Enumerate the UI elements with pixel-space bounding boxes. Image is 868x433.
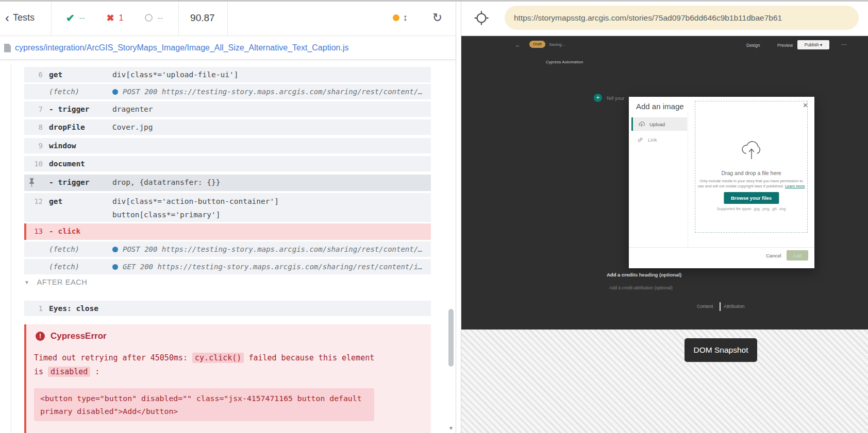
- passed-count: --: [79, 13, 85, 23]
- add-button-disabled[interactable]: Add: [787, 250, 808, 261]
- preview-tab[interactable]: Preview: [777, 43, 793, 48]
- failed-command-row-click[interactable]: 13 - click: [24, 223, 431, 240]
- add-block-button[interactable]: +: [594, 94, 602, 102]
- command-message: div[class*='action-button-container']but…: [112, 195, 279, 221]
- drop-zone[interactable]: Drag and drop a file here Only include m…: [695, 101, 808, 233]
- request-dot-icon: [112, 89, 118, 95]
- add-image-dialog: Add an image ✕ Upload Link: [629, 97, 814, 268]
- fetch-message: GET 200 https://testing-story.maps.arcgi…: [112, 259, 423, 274]
- dialog-footer-divider: [629, 247, 814, 248]
- fetch-row[interactable]: (fetch) GET 200 https://testing-story.ma…: [24, 259, 431, 274]
- command-name: dropFile: [49, 119, 85, 135]
- divider: [227, 0, 228, 36]
- publish-button[interactable]: Publish ▾: [797, 40, 829, 49]
- selector-playground-icon[interactable]: [474, 10, 489, 26]
- section-label: AFTER EACH: [37, 278, 88, 286]
- command-row-window[interactable]: 9 window: [24, 138, 431, 153]
- collapse-triangle-icon: ▼: [24, 280, 30, 285]
- command-row-get[interactable]: 12 get div[class*='action-button-contain…: [24, 193, 431, 222]
- more-menu-icon[interactable]: ⋯: [841, 41, 847, 48]
- outside-viewport-hatch: [461, 330, 868, 433]
- command-row-dropfile[interactable]: 8 dropFile Cover.jpg: [24, 119, 431, 135]
- scrollbar-thumb[interactable]: [448, 309, 454, 367]
- command-row-trigger[interactable]: 7 - trigger dragenter: [24, 101, 431, 117]
- aut-pane: https://storymapsstg.arcgis.com/stories/…: [461, 0, 868, 433]
- error-message: Timed out retrying after 45050ms: cy.cli…: [34, 351, 378, 379]
- command-name: get: [49, 67, 62, 82]
- back-label: Tests: [13, 12, 35, 23]
- x-icon: ✖: [106, 12, 114, 24]
- tab-upload[interactable]: Upload: [631, 117, 687, 131]
- up-down-arrow-icon[interactable]: ↕: [403, 12, 408, 23]
- pin-icon: [28, 178, 35, 187]
- fetch-label: (fetch): [49, 241, 79, 257]
- tab-link[interactable]: Link: [631, 133, 687, 146]
- command-name: get: [49, 193, 62, 210]
- dom-snapshot-badge: DOM Snapshot: [685, 338, 757, 362]
- fetch-row[interactable]: (fetch) POST 200 https://testing-story.m…: [24, 241, 431, 257]
- fetch-row[interactable]: (fetch) POST 200 https://testing-story.m…: [24, 84, 431, 99]
- command-row-document[interactable]: 10 document: [24, 156, 431, 171]
- check-icon: ✔: [66, 12, 75, 24]
- pinned-command-row[interactable]: - trigger drop, {datatransfer: {}}: [24, 175, 431, 191]
- browse-files-button[interactable]: Browse your files: [724, 192, 779, 204]
- attribution-label: Attribution: [724, 304, 745, 309]
- reporter-pane: ‹ Tests ✔ -- ✖ 1 -- 90.87 ↕ ↻: [0, 0, 456, 433]
- command-number: 9: [24, 138, 43, 153]
- pending-stat: --: [145, 13, 163, 23]
- divider: [51, 0, 52, 36]
- command-message: div[class*='upload-file-ui']: [112, 67, 238, 82]
- command-number: 10: [24, 156, 43, 171]
- command-number: 6: [24, 67, 43, 82]
- command-name: document: [49, 156, 85, 171]
- command-row-get[interactable]: 6 get div[class*='upload-file-ui']: [24, 67, 431, 82]
- drop-zone-title: Drag and drop a file here: [695, 170, 807, 176]
- url-text: https://storymapsstg.arcgis.com/stories/…: [505, 6, 859, 30]
- cloud-upload-icon: [639, 122, 645, 127]
- reporter-header: ‹ Tests ✔ -- ✖ 1 -- 90.87 ↕ ↻: [0, 0, 456, 36]
- copyright-note-line2: use and will not violate copyright laws …: [695, 184, 807, 188]
- request-dot-icon: [112, 264, 118, 270]
- spec-file-link[interactable]: cypress/integration/ArcGIS_StoryMaps_Ima…: [15, 43, 348, 53]
- editor-back-arrow-icon[interactable]: ←: [515, 42, 521, 48]
- copyright-note-line1: Only include media in your story that yo…: [695, 179, 807, 183]
- learn-more-link[interactable]: Learn more: [785, 184, 805, 188]
- url-bar[interactable]: https://storymapsstg.arcgis.com/stories/…: [505, 6, 859, 30]
- error-title: CypressError: [51, 331, 107, 341]
- fetch-message: POST 200 https://testing-story.maps.arcg…: [112, 84, 423, 99]
- command-row-eyes-close[interactable]: 1 Eyes: close: [24, 301, 431, 316]
- command-name: Eyes: close: [49, 301, 98, 316]
- tab-label: Link: [648, 137, 657, 143]
- refresh-icon[interactable]: ↻: [432, 12, 442, 24]
- command-name: window: [49, 138, 76, 153]
- credits-heading-placeholder: Add a credits heading (optional): [607, 272, 681, 278]
- after-each-section-header[interactable]: ▼ AFTER EACH: [24, 278, 87, 286]
- pending-circle-icon: [145, 14, 153, 22]
- scrollbar-down-arrow[interactable]: ▼: [448, 425, 454, 431]
- credits-attribution-placeholder: Add a credit attribution (optional): [609, 285, 673, 290]
- divider: [178, 0, 179, 36]
- supported-file-types: Supported file types: .jpg, .png, .gif, …: [695, 206, 807, 211]
- cancel-button[interactable]: Cancel: [766, 253, 781, 258]
- command-name: - click: [49, 223, 80, 239]
- design-tab[interactable]: Design: [746, 43, 760, 48]
- org-label: Cypress Automation: [546, 60, 583, 64]
- aut-header: https://storymapsstg.arcgis.com/stories/…: [461, 0, 868, 36]
- command-message: drop, {datatransfer: {}}: [112, 175, 221, 190]
- passed-stat: ✔ --: [66, 12, 85, 24]
- command-message: dragenter: [112, 101, 153, 117]
- reporter-scrollbar[interactable]: ▲ ▼: [446, 38, 456, 433]
- request-dot-icon: [112, 247, 118, 252]
- error-header: ! CypressError: [36, 331, 107, 341]
- error-code-block: <button type="button" disabled="" class=…: [34, 388, 374, 421]
- saving-status: Saving...: [549, 42, 565, 47]
- indent-guide-line: [11, 64, 11, 433]
- tab-label: Upload: [649, 122, 665, 127]
- auto-scroll-indicator: [393, 14, 399, 21]
- link-icon: [637, 137, 643, 143]
- command-number: 12: [24, 193, 43, 210]
- back-to-tests-button[interactable]: ‹ Tests: [5, 12, 35, 23]
- command-name: - trigger: [49, 101, 90, 117]
- file-icon: [4, 44, 11, 53]
- failed-stat: ✖ 1: [106, 12, 123, 24]
